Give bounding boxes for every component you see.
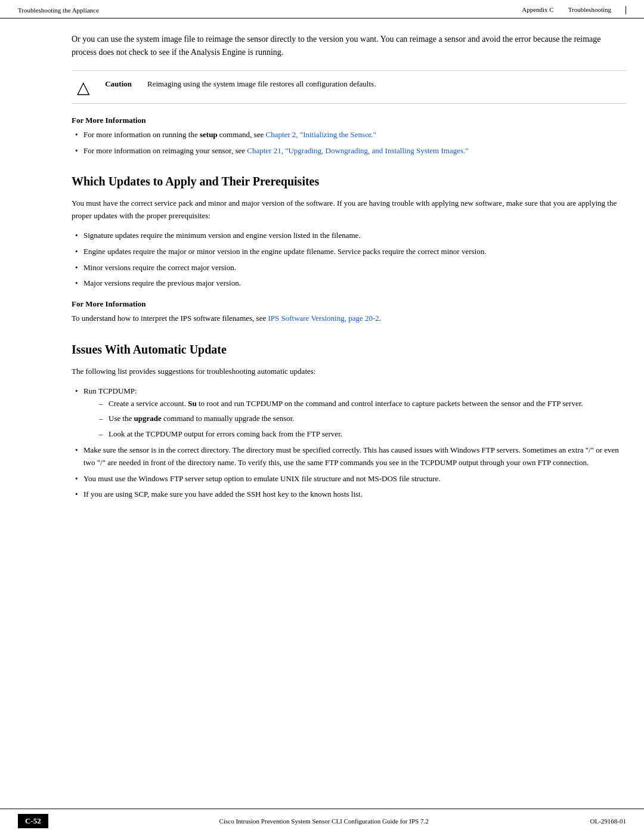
page-number: C-52	[18, 814, 48, 828]
list-item: Signature updates require the minimum ve…	[72, 230, 626, 242]
page-footer: C-52 Cisco Intrusion Prevention System S…	[0, 809, 644, 833]
caution-text: Reimaging using the system image file re…	[147, 78, 626, 90]
list-item: Major versions require the previous majo…	[72, 277, 626, 290]
bullet-text: Run TCPDUMP:	[83, 386, 137, 395]
section1-bullet-list: Signature updates require the minimum ve…	[72, 230, 626, 290]
page-header: Troubleshooting the Appliance Appendix C…	[0, 0, 644, 18]
header-rule	[626, 6, 626, 14]
intro-paragraph: Or you can use the system image file to …	[72, 33, 626, 60]
list-item: Make sure the sensor is in the correct d…	[72, 444, 626, 469]
dash-item: Create a service account. Su to root and…	[95, 398, 626, 410]
item-bold: setup	[200, 130, 218, 139]
section2-heading: Issues With Automatic Update	[72, 342, 626, 357]
caution-label: Caution	[105, 78, 138, 89]
bold-su: Su	[188, 399, 196, 408]
section-label: Troubleshooting	[568, 6, 611, 14]
breadcrumb: Troubleshooting the Appliance	[18, 7, 99, 14]
main-content: Or you can use the system image file to …	[0, 18, 644, 552]
section2-intro: The following list provides suggestions …	[72, 366, 626, 378]
dash-item: Use the upgrade command to manually upgr…	[95, 413, 626, 425]
item-prefix: For more information on running the	[83, 130, 200, 139]
list-item: Engine updates require the major or mino…	[72, 246, 626, 258]
footer-doc-number: OL-29168-01	[590, 817, 627, 825]
for-more-text: To understand how to interpret the IPS s…	[72, 314, 268, 323]
for-more-info-list-1: For more information on running the setu…	[72, 129, 626, 157]
for-more-suffix: .	[379, 314, 381, 323]
for-more-info-section-2: For More Information To understand how t…	[72, 299, 626, 325]
list-item: For more information on reimaging your s…	[72, 145, 626, 157]
list-item: Run TCPDUMP: Create a service account. S…	[72, 385, 626, 441]
item-prefix: For more information on reimaging your s…	[83, 146, 247, 155]
for-more-info-title-2: For More Information	[72, 299, 626, 309]
section2-bullet-list: Run TCPDUMP: Create a service account. S…	[72, 385, 626, 501]
item-suffix: command, see	[218, 130, 266, 139]
footer-center-text: Cisco Intrusion Prevention System Sensor…	[58, 817, 590, 825]
section1-heading: Which Updates to Apply and Their Prerequ…	[72, 174, 626, 189]
sub-list: Create a service account. Su to root and…	[95, 398, 626, 441]
dash-item: Look at the TCPDUMP output for errors co…	[95, 428, 626, 441]
list-item: If you are using SCP, make sure you have…	[72, 488, 626, 501]
list-item: Minor versions require the correct major…	[72, 262, 626, 274]
caution-icon: △	[72, 79, 95, 96]
header-right: Appendix C Troubleshooting	[519, 6, 626, 14]
for-more-info-title-1: For More Information	[72, 116, 626, 125]
section1-paragraph: You must have the correct service pack a…	[72, 197, 626, 222]
list-item: You must use the Windows FTP server setu…	[72, 473, 626, 485]
bold-upgrade: upgrade	[134, 414, 162, 423]
ips-versioning-link[interactable]: IPS Software Versioning, page 20-2	[268, 314, 379, 323]
for-more-info-text-2: To understand how to interpret the IPS s…	[72, 312, 626, 325]
caution-box: △ Caution Reimaging using the system ima…	[72, 70, 626, 104]
for-more-info-section-1: For More Information For more informatio…	[72, 116, 626, 157]
chapter2-link[interactable]: Chapter 2, "Initializing the Sensor."	[265, 130, 376, 139]
appendix-label: Appendix C	[522, 6, 553, 14]
list-item: For more information on running the setu…	[72, 129, 626, 141]
chapter21-link[interactable]: Chapter 21, "Upgrading, Downgrading, and…	[247, 146, 468, 155]
